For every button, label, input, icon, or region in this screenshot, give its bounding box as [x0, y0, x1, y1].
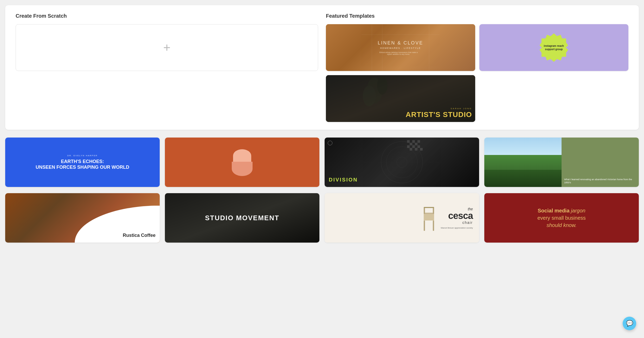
create-scratch-button[interactable]: +: [16, 24, 318, 71]
jargon-line2: every small business: [537, 215, 586, 221]
svg-rect-26: [424, 220, 425, 231]
linen-clove-description: Ethical artisan tabletop homewares that …: [378, 51, 419, 55]
template-social-media-jargon[interactable]: Social media jargon every small business…: [484, 193, 639, 243]
templates-row-2: Rustica Coffee STUDIO MOVEMENT the cesca: [5, 193, 639, 243]
artists-studio-author: SARAH JONG: [406, 107, 472, 110]
svg-point-6: [363, 86, 376, 106]
chat-button[interactable]: 💬: [623, 317, 636, 330]
jargon-line1: Social media: [538, 208, 571, 213]
victorian-description: What I learned renovating an abandoned V…: [564, 178, 636, 184]
cesca-text-block: the cesca chair Marcel Breuer appreciati…: [441, 207, 473, 229]
svg-rect-14: [415, 143, 417, 145]
top-section: Create From Scratch + Featured Templates: [5, 5, 639, 130]
division-circle-icon: [328, 141, 332, 145]
chat-icon: 💬: [626, 320, 633, 327]
featured-templates-grid: LINEN & CLOVE HOMEWARES · LIFESTYLE Ethi…: [326, 24, 628, 122]
blob-shape: [229, 149, 255, 175]
template-earths-echoes[interactable]: DR. EVELYN HARPER EARTH'S ECHOES: UNSEEN…: [5, 138, 160, 187]
svg-rect-20: [415, 148, 417, 151]
rustica-text: Rustica Coffee: [119, 229, 160, 243]
svg-rect-16: [407, 145, 410, 148]
template-cesca-chair[interactable]: the cesca chair Marcel Breuer appreciati…: [325, 193, 479, 243]
cesca-society: Marcel Breuer appreciation society: [441, 227, 473, 229]
rustica-name: Rustica Coffee: [123, 233, 156, 238]
cesca-chair-label: chair: [441, 220, 473, 225]
earths-echoes-title: EARTH'S ECHOES: UNSEEN FORCES SHAPING OU…: [36, 159, 129, 170]
featured-templates-section: Featured Templates: [326, 13, 628, 122]
template-victorian[interactable]: What I learned renovating an abandoned V…: [484, 138, 639, 187]
create-from-scratch-title: Create From Scratch: [16, 13, 318, 19]
linen-clove-subtitle: HOMEWARES · LIFESTYLE: [378, 47, 423, 49]
star-badge: instagram reach support group: [539, 33, 568, 62]
templates-row-1: DR. EVELYN HARPER EARTH'S ECHOES: UNSEEN…: [5, 138, 639, 187]
svg-rect-19: [410, 148, 412, 151]
artists-studio-title: ARTIST'S STUDIO: [406, 111, 472, 119]
svg-point-5: [377, 76, 388, 95]
linen-clove-text-block: LINEN & CLOVE HOMEWARES · LIFESTYLE Ethi…: [378, 40, 423, 55]
earths-echoes-author: DR. EVELYN HARPER: [36, 154, 129, 157]
chair-silhouette: [421, 205, 437, 231]
jargon-italic2: should know.: [546, 222, 577, 228]
template-studio-movement[interactable]: STUDIO MOVEMENT: [165, 193, 319, 243]
earths-echoes-text: DR. EVELYN HARPER EARTH'S ECHOES: UNSEEN…: [36, 154, 129, 170]
svg-rect-18: [417, 145, 420, 148]
create-from-scratch-section: Create From Scratch +: [16, 13, 318, 122]
svg-rect-25: [424, 214, 434, 220]
svg-rect-30: [424, 207, 434, 208]
jargon-text: Social media jargon every small business…: [537, 207, 586, 229]
template-instagram-reach[interactable]: instagram reach support group: [479, 24, 629, 71]
svg-rect-29: [433, 207, 434, 214]
svg-rect-24: [424, 213, 434, 214]
svg-rect-21: [420, 148, 423, 151]
svg-rect-28: [424, 207, 425, 214]
linen-clove-title: LINEN & CLOVE: [378, 40, 423, 46]
featured-templates-title: Featured Templates: [326, 13, 628, 19]
template-rustica-coffee[interactable]: Rustica Coffee: [5, 193, 160, 243]
svg-rect-15: [417, 140, 420, 143]
template-division[interactable]: DIVISION: [325, 138, 479, 187]
instagram-badge-text: instagram reach support group: [539, 42, 568, 53]
template-abstract-blob[interactable]: [165, 138, 319, 187]
svg-rect-17: [412, 145, 415, 148]
template-artists-studio[interactable]: SARAH JONG ARTIST'S STUDIO: [326, 75, 475, 122]
victorian-photo: [484, 138, 562, 187]
cesca-chair-name: cesca: [441, 211, 473, 220]
svg-rect-27: [433, 220, 434, 231]
studio-movement-title: STUDIO MOVEMENT: [205, 214, 279, 222]
jargon-italic1: jargon: [571, 208, 585, 213]
template-linen-clove[interactable]: LINEN & CLOVE HOMEWARES · LIFESTYLE Ethi…: [326, 24, 475, 71]
svg-rect-13: [410, 143, 412, 145]
victorian-text-panel: What I learned renovating an abandoned V…: [562, 138, 639, 187]
svg-rect-11: [407, 140, 410, 143]
svg-rect-12: [412, 140, 415, 143]
plus-icon: +: [163, 41, 170, 54]
